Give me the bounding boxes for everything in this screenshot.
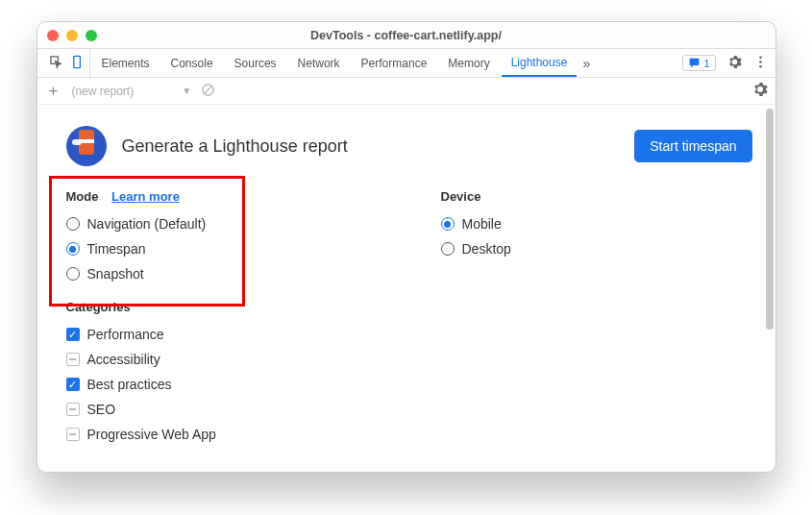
clear-icon[interactable]	[201, 83, 215, 100]
svg-point-3	[759, 56, 762, 59]
report-dropdown[interactable]: (new report) ▼	[71, 85, 191, 98]
category-performance[interactable]: ✓ Performance	[66, 322, 278, 347]
device-toolbar-icon[interactable]	[71, 55, 86, 72]
minimize-window-button[interactable]	[66, 30, 78, 41]
maximize-window-button[interactable]	[86, 30, 97, 41]
svg-rect-1	[73, 56, 80, 67]
tab-lighthouse[interactable]: Lighthouse	[502, 49, 578, 77]
radio-icon	[66, 267, 80, 281]
option-label: Timespan	[87, 241, 146, 257]
close-window-button[interactable]	[47, 30, 59, 41]
window-controls	[47, 30, 97, 41]
tab-label: Network	[298, 57, 340, 70]
mode-option-navigation[interactable]: Navigation (Default)	[66, 211, 278, 236]
option-label: Progressive Web App	[87, 427, 216, 442]
device-section: Device Mobile Desktop	[441, 189, 511, 447]
settings-icon[interactable]	[727, 55, 742, 72]
checkbox-icon	[66, 428, 80, 441]
tab-performance[interactable]: Performance	[352, 49, 437, 77]
tab-console[interactable]: Console	[161, 49, 223, 77]
mode-section: Mode Learn more Navigation (Default) Tim…	[66, 189, 278, 447]
option-label: Performance	[87, 327, 164, 342]
tab-label: Sources	[234, 57, 277, 70]
devtools-tabbar: Elements Console Sources Network Perform…	[37, 49, 775, 78]
checkbox-icon	[66, 403, 80, 416]
radio-icon	[441, 242, 455, 256]
lighthouse-logo-icon	[66, 126, 107, 166]
option-label: Navigation (Default)	[87, 216, 207, 232]
tab-memory[interactable]: Memory	[438, 49, 499, 77]
mode-option-timespan[interactable]: Timespan	[66, 236, 278, 261]
option-label: Accessibility	[87, 352, 160, 367]
categories-title: Categories	[66, 300, 278, 314]
tab-label: Memory	[448, 57, 489, 70]
checkbox-icon	[66, 353, 80, 366]
tab-label: Performance	[361, 57, 428, 70]
mode-title: Mode Learn more	[66, 189, 278, 204]
category-pwa[interactable]: Progressive Web App	[66, 422, 278, 447]
learn-more-link[interactable]: Learn more	[111, 189, 180, 204]
checkbox-icon: ✓	[66, 378, 80, 391]
report-dropdown-label: (new report)	[71, 85, 134, 98]
radio-icon	[66, 217, 80, 231]
mode-option-snapshot[interactable]: Snapshot	[66, 261, 278, 286]
lighthouse-toolbar: + (new report) ▼	[37, 78, 775, 105]
tab-sources[interactable]: Sources	[225, 49, 286, 77]
option-label: Mobile	[462, 216, 502, 232]
lighthouse-content: Generate a Lighthouse report Start times…	[37, 105, 775, 472]
scrollbar[interactable]	[766, 109, 774, 330]
category-best-practices[interactable]: ✓ Best practices	[66, 372, 278, 397]
more-tabs-icon[interactable]: »	[582, 56, 590, 71]
radio-icon	[66, 242, 80, 256]
more-options-icon[interactable]	[753, 55, 768, 72]
category-seo[interactable]: SEO	[66, 397, 278, 422]
radio-icon	[441, 217, 455, 231]
header-row: Generate a Lighthouse report Start times…	[66, 126, 752, 166]
console-messages-badge[interactable]: 1	[682, 55, 715, 71]
option-label: Best practices	[87, 377, 172, 392]
tab-network[interactable]: Network	[288, 49, 350, 77]
checkbox-icon: ✓	[66, 328, 80, 341]
categories-section: Categories ✓ Performance Accessibility ✓…	[66, 300, 278, 447]
tab-label: Lighthouse	[511, 56, 568, 69]
inspect-element-icon[interactable]	[49, 55, 63, 72]
svg-point-5	[759, 64, 762, 67]
option-label: Desktop	[462, 241, 511, 257]
option-label: SEO	[87, 402, 116, 417]
tab-label: Elements	[102, 57, 150, 70]
start-timespan-button[interactable]: Start timespan	[634, 130, 751, 162]
lighthouse-settings-icon[interactable]	[752, 86, 768, 100]
svg-point-4	[759, 61, 762, 63]
messages-count: 1	[703, 58, 709, 69]
devtools-window: DevTools - coffee-cart.netlify.app/ Elem…	[37, 21, 776, 473]
tab-elements[interactable]: Elements	[92, 49, 160, 77]
category-accessibility[interactable]: Accessibility	[66, 347, 278, 372]
message-icon	[688, 57, 701, 69]
new-report-button[interactable]: +	[45, 82, 62, 101]
dropdown-triangle-icon: ▼	[182, 86, 191, 96]
window-title: DevTools - coffee-cart.netlify.app/	[310, 29, 502, 42]
mode-title-text: Mode	[66, 189, 99, 204]
tab-label: Console	[171, 57, 213, 70]
titlebar: DevTools - coffee-cart.netlify.app/	[37, 22, 775, 49]
page-title: Generate a Lighthouse report	[122, 136, 348, 157]
svg-line-7	[205, 86, 212, 93]
device-title: Device	[441, 189, 511, 204]
option-label: Snapshot	[87, 266, 144, 282]
device-option-desktop[interactable]: Desktop	[441, 236, 511, 261]
device-option-mobile[interactable]: Mobile	[441, 211, 511, 236]
